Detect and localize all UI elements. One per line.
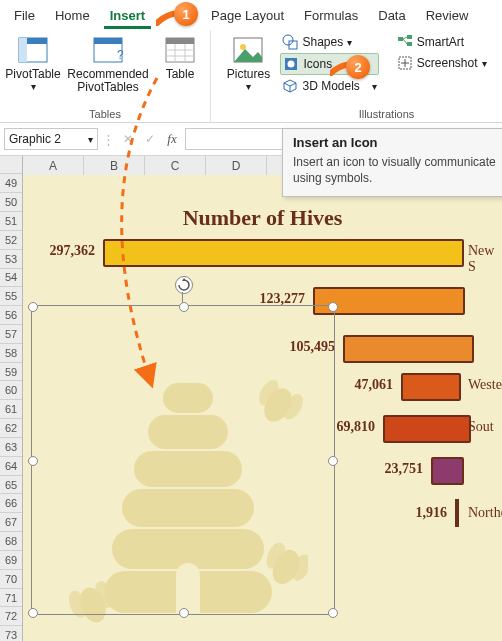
tab-review[interactable]: Review: [416, 6, 479, 27]
chart-title: Number of Hives: [23, 205, 502, 231]
row-header[interactable]: 71: [0, 589, 22, 608]
table-icon: [164, 34, 196, 66]
selection-box[interactable]: [31, 305, 335, 615]
row-header[interactable]: 55: [0, 287, 22, 306]
tab-formulas[interactable]: Formulas: [294, 6, 368, 27]
row-header[interactable]: 58: [0, 344, 22, 363]
smartart-label: SmartArt: [417, 35, 464, 49]
svg-rect-18: [398, 37, 403, 41]
row-header[interactable]: 65: [0, 476, 22, 495]
tab-home[interactable]: Home: [45, 6, 100, 27]
chart-area[interactable]: Number of Hives 297,362New S123,277105,4…: [23, 175, 502, 641]
pivottable-icon: [17, 34, 49, 66]
group-tables-label: Tables: [89, 108, 121, 122]
enter-icon[interactable]: ✓: [141, 130, 159, 148]
tooltip-title: Insert an Icon: [293, 135, 502, 150]
chart-bar[interactable]: [431, 457, 464, 485]
worksheet: 4950515253545556575859606162636465666768…: [0, 156, 502, 641]
fx-icon[interactable]: fx: [163, 130, 181, 148]
tab-page-layout[interactable]: Page Layout: [201, 6, 294, 27]
row-headers[interactable]: 4950515253545556575859606162636465666768…: [0, 156, 23, 641]
caret-icon: ▾: [482, 58, 487, 69]
3d-models-button[interactable]: 3D Models ▾: [280, 76, 378, 96]
table-label: Table: [166, 68, 195, 81]
ribbon: PivotTable ▾ ? Recommended PivotTables T…: [0, 28, 502, 123]
rotate-handle[interactable]: [175, 276, 193, 294]
chart-bar[interactable]: [401, 373, 461, 401]
chart-bar-value: 1,916: [416, 505, 448, 521]
grid[interactable]: ABCD Number of Hives 297,362New S123,277…: [23, 156, 502, 641]
chart-bar-category: Wester: [468, 377, 502, 393]
chart-bar[interactable]: [103, 239, 464, 267]
screenshot-button[interactable]: Screenshot ▾: [395, 53, 489, 73]
chart-bar[interactable]: [343, 335, 474, 363]
tab-data[interactable]: Data: [368, 6, 415, 27]
row-header[interactable]: 53: [0, 250, 22, 269]
svg-point-14: [283, 35, 293, 45]
name-box-value: Graphic 2: [9, 132, 61, 146]
chart-bar-value: 297,362: [50, 243, 96, 259]
name-box[interactable]: Graphic 2 ▾: [4, 128, 98, 150]
cancel-icon[interactable]: ✕: [119, 130, 137, 148]
row-header[interactable]: 61: [0, 400, 22, 419]
caret-icon: ▾: [246, 81, 251, 92]
annotation-callout-2: 2: [346, 55, 370, 79]
svg-rect-7: [166, 38, 194, 44]
row-header[interactable]: 73: [0, 626, 22, 641]
3d-models-icon: [282, 78, 298, 94]
svg-rect-19: [407, 35, 412, 39]
smartart-button[interactable]: SmartArt: [395, 32, 489, 52]
column-header[interactable]: B: [84, 156, 145, 175]
row-header[interactable]: 60: [0, 381, 22, 400]
table-button[interactable]: Table: [156, 32, 204, 81]
row-header[interactable]: 69: [0, 551, 22, 570]
row-header[interactable]: 70: [0, 570, 22, 589]
row-header[interactable]: 64: [0, 457, 22, 476]
chart-bar-category: Norther: [468, 505, 502, 521]
chart-bar-value: 47,061: [355, 377, 394, 393]
recommended-pivottables-icon: ?: [92, 34, 124, 66]
row-header[interactable]: 54: [0, 269, 22, 288]
row-header[interactable]: 72: [0, 607, 22, 626]
svg-rect-4: [94, 38, 122, 44]
pivottable-button[interactable]: PivotTable ▾: [6, 32, 60, 92]
row-header[interactable]: 51: [0, 212, 22, 231]
row-header[interactable]: 56: [0, 306, 22, 325]
tooltip-body: Insert an icon to visually communicate u…: [293, 154, 502, 186]
chart-bar[interactable]: [383, 415, 471, 443]
row-header[interactable]: 62: [0, 419, 22, 438]
row-header[interactable]: 59: [0, 363, 22, 382]
tab-insert[interactable]: Insert: [100, 6, 155, 27]
tooltip-insert-icon: Insert an Icon Insert an icon to visuall…: [282, 128, 502, 197]
shapes-button[interactable]: Shapes ▾: [280, 32, 378, 52]
ribbon-tabs: File Home Insert Page Layout Formulas Da…: [0, 0, 502, 28]
column-header[interactable]: C: [145, 156, 206, 175]
row-header[interactable]: 49: [0, 174, 22, 193]
row-header[interactable]: 66: [0, 494, 22, 513]
chart-bar-value: 69,810: [337, 419, 376, 435]
pivottable-label: PivotTable: [5, 68, 60, 81]
pictures-icon: [232, 34, 264, 66]
tab-file[interactable]: File: [4, 6, 45, 27]
group-illustrations-label: Illustrations: [359, 108, 415, 122]
row-header[interactable]: 68: [0, 532, 22, 551]
pictures-label: Pictures: [227, 68, 270, 81]
caret-icon: ▾: [31, 81, 36, 92]
row-header[interactable]: 57: [0, 325, 22, 344]
pictures-button[interactable]: Pictures ▾: [224, 32, 272, 92]
chart-bar-category: Sout: [468, 419, 494, 435]
row-header[interactable]: 67: [0, 513, 22, 532]
column-header[interactable]: A: [23, 156, 84, 175]
caret-icon: ▾: [347, 37, 352, 48]
svg-point-13: [240, 44, 246, 50]
3d-models-label: 3D Models: [302, 79, 359, 93]
column-header[interactable]: D: [206, 156, 267, 175]
screenshot-label: Screenshot: [417, 56, 478, 70]
row-header[interactable]: 63: [0, 438, 22, 457]
row-header[interactable]: 52: [0, 231, 22, 250]
group-tables: PivotTable ▾ ? Recommended PivotTables T…: [0, 30, 211, 122]
smartart-icon: [397, 34, 413, 50]
recommended-pivottables-button[interactable]: ? Recommended PivotTables: [62, 32, 154, 94]
shapes-icon: [282, 34, 298, 50]
row-header[interactable]: 50: [0, 193, 22, 212]
